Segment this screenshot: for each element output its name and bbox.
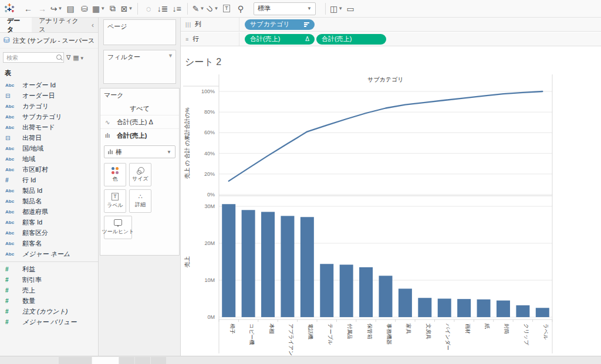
bar-mark[interactable]: [261, 212, 275, 317]
filters-shelf[interactable]: フィルター ▼: [103, 50, 176, 84]
add-data-source-icon[interactable]: ⛁: [77, 2, 92, 16]
tab-analytics[interactable]: アナリティクス: [32, 18, 87, 32]
columns-shelf[interactable]: ||| 列 サブカテゴリ: [181, 18, 601, 32]
detail-button[interactable]: ∴詳細: [129, 189, 151, 213]
bar-mark[interactable]: [242, 210, 255, 317]
field-item[interactable]: Abc都道府県: [0, 206, 98, 217]
replay-icon[interactable]: ↪▼: [49, 2, 63, 16]
tooltip-button[interactable]: ツールヒント: [104, 216, 132, 239]
field-item[interactable]: Abc製品名: [0, 196, 98, 206]
presentation-mode-icon[interactable]: ▭: [343, 2, 357, 16]
field-item[interactable]: Abcオーダー Id: [0, 80, 98, 90]
bar-mark[interactable]: [418, 298, 431, 317]
field-item[interactable]: Abc顧客区分: [0, 227, 98, 238]
sheet-tab[interactable]: [135, 357, 150, 364]
field-label: サブカテゴリ: [22, 113, 62, 121]
field-item[interactable]: #注文 (カウント): [0, 306, 98, 317]
marks-layer-all[interactable]: すべて: [100, 102, 179, 115]
bar-mark[interactable]: [300, 217, 314, 317]
bar-mark[interactable]: [497, 301, 510, 317]
field-item[interactable]: Abc出荷モード: [0, 122, 98, 132]
pages-shelf[interactable]: ページ: [103, 19, 176, 45]
marks-layer[interactable]: ∿合計(売上) Δ: [100, 115, 179, 128]
field-item[interactable]: #売上: [0, 285, 98, 295]
tab-data[interactable]: データ: [0, 18, 32, 32]
filter-fields-icon[interactable]: ∇: [66, 54, 70, 62]
measure-pill[interactable]: 合計(売上): [316, 34, 386, 45]
chevron-down-icon[interactable]: ▼: [168, 53, 173, 59]
field-item[interactable]: Abc顧客名: [0, 238, 98, 249]
color-button[interactable]: 色: [104, 163, 126, 186]
marks-layer[interactable]: ılı合計(売上): [100, 128, 179, 142]
bar-mark[interactable]: [477, 300, 491, 317]
measure-pill[interactable]: 合計(売上)Δ: [245, 34, 315, 45]
line-mark-icon: ∿: [105, 119, 113, 125]
search-input[interactable]: [3, 52, 64, 63]
field-item[interactable]: #メジャー バリュー: [0, 317, 98, 327]
bar-mark[interactable]: [457, 299, 471, 317]
sheet-title: シート 2: [185, 56, 221, 69]
collapse-pane-button[interactable]: ‹: [87, 21, 98, 29]
field-item[interactable]: Abc顧客 Id: [0, 217, 98, 227]
x-category-label: 画材: [465, 324, 471, 334]
label-button[interactable]: Tラベル: [104, 189, 126, 213]
bar-mark[interactable]: [320, 264, 333, 317]
field-item[interactable]: #数量: [0, 295, 98, 306]
rows-shelf[interactable]: ≡ 行 合計(売上)Δ合計(売上): [181, 32, 601, 46]
marks-label: マーク: [100, 89, 179, 102]
sheet-tab-active[interactable]: [92, 357, 119, 364]
bar-mark[interactable]: [438, 299, 451, 318]
highlight-icon[interactable]: ✎▼: [191, 2, 205, 16]
field-item[interactable]: ⊟オーダー日: [0, 90, 98, 101]
bar-mark[interactable]: [222, 204, 235, 317]
clear-sheet-icon[interactable]: ⊠▼: [120, 2, 134, 16]
bar-mark[interactable]: [399, 288, 412, 317]
field-item[interactable]: #割引率: [0, 274, 98, 285]
field-item[interactable]: Abcメジャー ネーム: [0, 249, 98, 259]
size-button[interactable]: サイズ: [129, 163, 151, 186]
pin-icon[interactable]: ⚲: [234, 2, 248, 16]
field-label: 市区町村: [22, 165, 48, 174]
bar-mark[interactable]: [379, 275, 393, 317]
fix-axes-icon[interactable]: ⊃▼: [205, 2, 220, 16]
text-field-icon: Abc: [5, 83, 18, 88]
duplicate-sheet-icon: ⧉: [110, 4, 116, 13]
bar-mark[interactable]: [536, 308, 549, 317]
x-category-label: 付属品: [347, 324, 353, 339]
fit-select[interactable]: 標準 ▼: [254, 2, 316, 15]
sheet-tab[interactable]: [151, 357, 166, 364]
duplicate-sheet-icon[interactable]: ⧉: [106, 2, 120, 16]
bar-mark[interactable]: [359, 267, 373, 317]
field-item[interactable]: #行 Id: [0, 175, 98, 185]
bar-mark[interactable]: [340, 265, 353, 317]
field-item[interactable]: #利益: [0, 264, 98, 274]
field-item[interactable]: Abc国/地域: [0, 143, 98, 154]
show-me-icon[interactable]: ◫▼: [329, 2, 343, 16]
group-members-icon[interactable]: ◌: [141, 2, 156, 16]
field-item[interactable]: Abc市区町村: [0, 164, 98, 175]
datasource-item[interactable]: ⛁ 注文 (サンプル - スーパース…: [0, 33, 98, 49]
field-item[interactable]: ⊟出荷日: [0, 132, 98, 143]
dimension-pill[interactable]: サブカテゴリ: [245, 19, 315, 30]
sort-ascending-icon[interactable]: ↓≣: [156, 2, 170, 16]
sort-descending-icon[interactable]: ↓≡: [170, 2, 184, 16]
bar-mark[interactable]: [281, 216, 294, 317]
mark-type-select[interactable]: 棒 ▼: [104, 145, 175, 158]
field-item[interactable]: Abcカテゴリ: [0, 101, 98, 111]
sheet-tab[interactable]: [119, 357, 134, 364]
undo-icon[interactable]: ←: [21, 2, 35, 16]
field-item[interactable]: Abcサブカテゴリ: [0, 111, 98, 122]
view-options-icon[interactable]: ▦▼: [73, 54, 84, 62]
new-worksheet-icon: ▦: [92, 4, 100, 13]
mark-labels-icon[interactable]: T: [220, 2, 234, 16]
field-label: 割引率: [22, 275, 42, 284]
save-icon[interactable]: ▤: [63, 2, 77, 16]
redo-icon[interactable]: →: [35, 2, 49, 16]
field-item[interactable]: Abc地域: [0, 154, 98, 164]
cumulative-line-mark[interactable]: [229, 91, 543, 181]
field-label: 顧客名: [22, 239, 42, 248]
calendar-icon: ⊟: [5, 135, 18, 141]
bar-mark[interactable]: [516, 305, 529, 317]
new-worksheet-icon[interactable]: ▦▼: [92, 2, 106, 16]
field-item[interactable]: Abc製品 Id: [0, 185, 98, 196]
